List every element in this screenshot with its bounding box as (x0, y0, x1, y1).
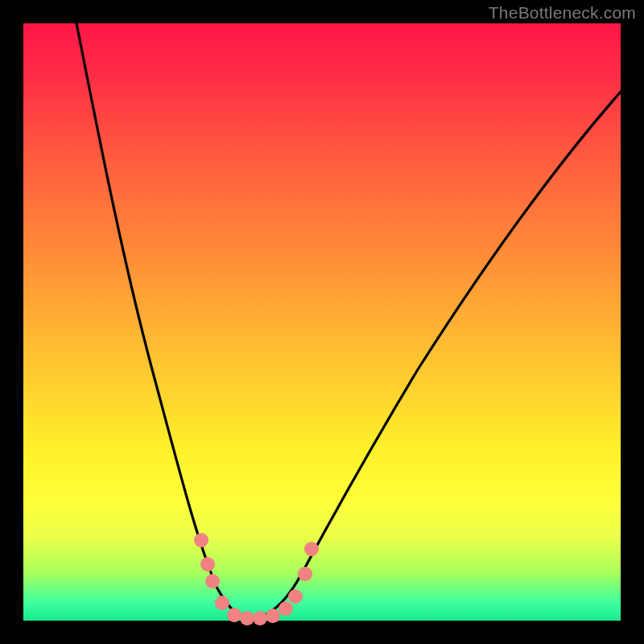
marker-dot (227, 608, 242, 622)
plot-area (23, 23, 621, 621)
marker-dot (200, 557, 215, 572)
marker-dot (288, 589, 303, 604)
chart-svg (23, 23, 621, 621)
marker-dot (215, 596, 229, 610)
marker-dot (205, 574, 220, 588)
watermark-text: TheBottleneck.com (489, 3, 636, 23)
marker-dot (266, 609, 280, 623)
chart-frame: TheBottleneck.com (0, 0, 644, 644)
marker-dot (194, 533, 208, 547)
marker-dot (279, 601, 293, 616)
marker-dot (298, 567, 312, 581)
marker-dot (304, 542, 319, 556)
marker-group (194, 533, 319, 625)
bottleneck-curve-path (76, 23, 621, 617)
marker-dot (253, 611, 267, 625)
marker-dot (240, 611, 254, 625)
